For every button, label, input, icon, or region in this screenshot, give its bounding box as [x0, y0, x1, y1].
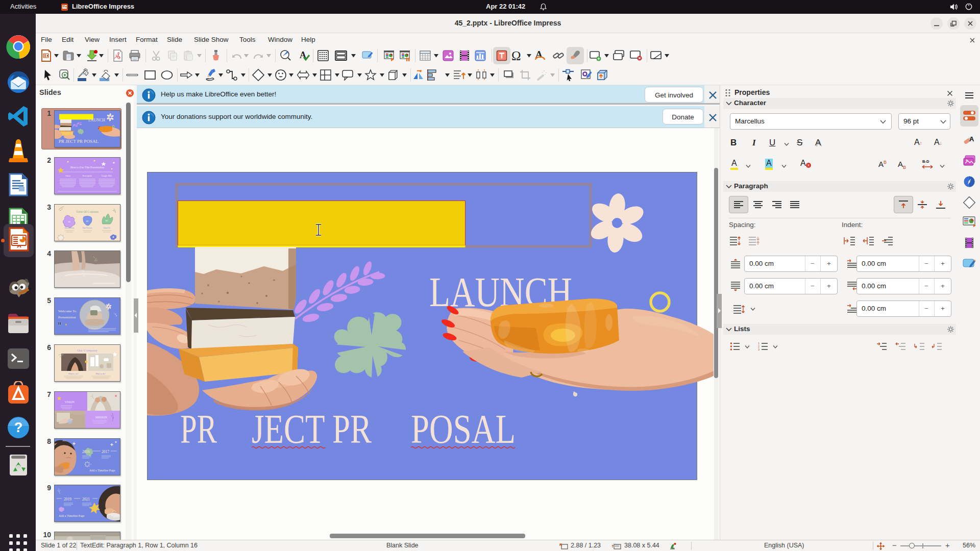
svg-text:MISSION: MISSION: [95, 416, 107, 419]
svg-text:Google Slide: Google Slide: [102, 174, 112, 177]
svg-text:01: 01: [68, 220, 71, 223]
svg-text:LAUNCH: LAUNCH: [88, 118, 106, 122]
svg-text:Ω: Ω: [511, 49, 521, 63]
svg-text:2017: 2017: [102, 449, 109, 454]
svg-text:JECT PR: JECT PR: [252, 407, 372, 452]
svg-text:About Us: About Us: [103, 227, 111, 229]
svg-text:VISION: VISION: [65, 400, 75, 404]
svg-text:POSAL: POSAL: [411, 407, 516, 452]
svg-text:A: A: [969, 135, 974, 143]
svg-text:02: 02: [86, 220, 89, 222]
svg-text:PR: PR: [180, 407, 217, 452]
svg-text:03: 03: [106, 219, 108, 222]
svg-text:2021: 2021: [82, 497, 90, 502]
svg-text:?: ?: [14, 420, 23, 435]
svg-text:What we are?: What we are?: [68, 373, 79, 375]
svg-text:Presentation: Presentation: [58, 315, 76, 319]
svg-text:Add a Timeline Page: Add a Timeline Page: [59, 514, 85, 517]
svg-text:Canva: Canva: [65, 174, 70, 177]
svg-text:2019: 2019: [64, 497, 71, 502]
svg-text:PR JECT PR POSAL: PR JECT PR POSAL: [59, 139, 99, 144]
svg-text:Introduction: Introduction: [65, 227, 75, 229]
svg-text:Powerpoint: Powerpoint: [83, 174, 92, 177]
svg-text:What we do?: What we do?: [96, 373, 106, 375]
svg-text:Our Process: Our Process: [83, 227, 92, 229]
svg-text:B-D: B-D: [922, 159, 929, 164]
svg-text:Our Company: Our Company: [77, 348, 97, 353]
svg-text:Welcome To: Welcome To: [58, 309, 77, 313]
svg-text:3: 3: [758, 348, 760, 350]
svg-text:Add a Timeline Page: Add a Timeline Page: [89, 469, 115, 472]
svg-text:Table Of Contents: Table Of Contents: [76, 210, 99, 213]
svg-text:How to Use This Presentation: How to Use This Presentation: [70, 166, 104, 169]
svg-text:2016: 2016: [82, 449, 90, 454]
